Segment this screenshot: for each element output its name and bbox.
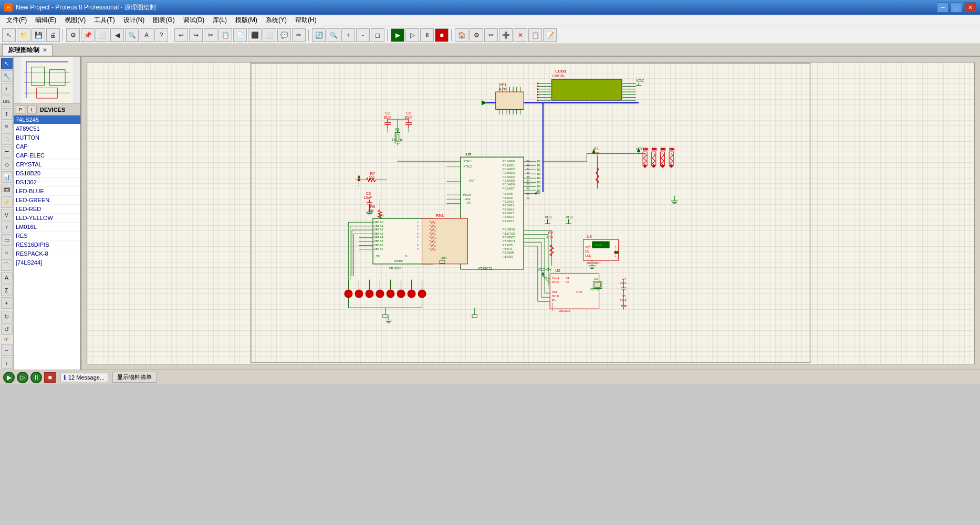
home-btn[interactable]: 🏠 (455, 28, 468, 42)
step-button[interactable]: ▷ (17, 372, 28, 383)
comp-item-ds18b20[interactable]: DS18B20 (14, 169, 80, 178)
comp-item-74ls244[interactable]: [74LS244] (14, 258, 80, 267)
comp-item-cap[interactable]: CAP (14, 142, 80, 151)
open-btn[interactable]: 📁 (17, 28, 30, 42)
text-mode-icon[interactable]: T (1, 108, 13, 120)
comp-p-btn[interactable]: P (16, 106, 25, 114)
refresh-btn[interactable]: 🔄 (312, 28, 326, 42)
menu-item-视图v[interactable]: 视图(V) (60, 15, 90, 26)
comp-item-led-yellow[interactable]: LED-YELLOW (14, 214, 80, 223)
menu-item-调试d[interactable]: 调试(D) (179, 15, 209, 26)
menu-item-图表g[interactable]: 图表(G) (149, 15, 179, 26)
add-btn[interactable]: ➕ (499, 28, 513, 42)
comp-item-ds1302[interactable]: DS1302 (14, 178, 80, 187)
comp-l-btn[interactable]: L (27, 106, 37, 114)
port-icon[interactable]: ◇ (1, 159, 13, 170)
subcircuit-icon[interactable]: □ (1, 133, 13, 145)
menu-item-文件f[interactable]: 文件(F) (2, 15, 31, 26)
circle-icon[interactable]: ○ (1, 247, 13, 258)
zoom-out-btn[interactable]: - (356, 28, 370, 42)
schematic-canvas[interactable]: LCD1 LM016L (87, 62, 975, 364)
marker-icon[interactable]: + (1, 297, 13, 309)
voltage-probe-icon[interactable]: V (1, 209, 13, 220)
component-icon[interactable]: 🔧 (1, 70, 13, 82)
zoom-fit-btn[interactable]: 🔍 (327, 28, 340, 42)
comp-item-button[interactable]: BUTTON (14, 133, 80, 142)
minimize-button[interactable]: ─ (937, 2, 948, 13)
comp-item-led-red[interactable]: LED-RED (14, 205, 80, 214)
menu-item-帮助h[interactable]: 帮助(H) (291, 15, 321, 26)
bus-icon[interactable]: ≡ (1, 121, 13, 132)
cut-btn[interactable]: ✂ (204, 28, 217, 42)
pause-btn[interactable]: ⏸ (420, 28, 434, 42)
comp-item-led-blue[interactable]: LED-BLUE (14, 187, 80, 196)
play-button[interactable]: ▶ (3, 372, 15, 383)
mirror-v-icon[interactable]: ↕ (1, 357, 13, 369)
zoom-area-btn[interactable]: ◻ (371, 28, 384, 42)
menu-item-库l[interactable]: 库(L) (208, 15, 231, 26)
del-btn[interactable]: ✕ (514, 28, 527, 42)
zoom-in-btn[interactable]: + (341, 28, 355, 42)
comp-item-res16dipis[interactable]: RES16DIPIS (14, 240, 80, 249)
menu-item-设计n[interactable]: 设计(N) (119, 15, 149, 26)
menu-item-编辑e[interactable]: 编辑(E) (31, 15, 60, 26)
generator-icon[interactable]: ⚡ (1, 196, 13, 208)
close-button[interactable]: ✕ (964, 2, 976, 13)
step-btn[interactable]: ▷ (405, 28, 419, 42)
line-icon[interactable]: / (1, 222, 13, 233)
search-btn[interactable]: 🔍 (125, 28, 139, 42)
help-btn[interactable]: ? (154, 28, 168, 42)
clipboard-btn[interactable]: 📋 (528, 28, 542, 42)
comp-item-lm016l[interactable]: LM016L (14, 223, 80, 232)
stop-btn[interactable]: ■ (435, 28, 449, 42)
schematic-canvas-area[interactable]: LCD1 LM016L (81, 57, 980, 370)
blk2-btn[interactable]: ⬜ (263, 28, 276, 42)
text-anno-icon[interactable]: A (1, 272, 13, 284)
comp-item-74ls245[interactable]: 74LS245 (14, 116, 80, 124)
maximize-button[interactable]: □ (951, 2, 962, 13)
junction-icon[interactable]: + (1, 83, 13, 94)
tape-icon[interactable]: 📼 (1, 184, 13, 195)
graph-icon[interactable]: 📊 (1, 171, 13, 183)
comp-item-led-green[interactable]: LED-GREEN (14, 196, 80, 205)
run-btn[interactable]: ▶ (391, 28, 404, 42)
tab-close-icon[interactable]: ✕ (43, 47, 47, 53)
blk1-btn[interactable]: ⬛ (248, 28, 262, 42)
rotate-ccw-icon[interactable]: ↺ (1, 323, 13, 335)
comp-item-cap-elec[interactable]: CAP-ELEC (14, 151, 80, 160)
menu-item-模版m[interactable]: 模版(M) (231, 15, 262, 26)
snap-btn[interactable]: 📌 (81, 28, 95, 42)
save-btn[interactable]: 💾 (32, 28, 45, 42)
comp-item-at89c51[interactable]: AT89C51 (14, 124, 80, 133)
back-btn[interactable]: ◀ (110, 28, 124, 42)
undo-btn[interactable]: ↩ (174, 28, 188, 42)
schematic-tab[interactable]: 原理图绘制 ✕ (2, 44, 53, 56)
redo-btn[interactable]: ↪ (189, 28, 203, 42)
menu-item-系统y[interactable]: 系统(Y) (262, 15, 291, 26)
select-tool-btn[interactable]: ↖ (2, 28, 16, 42)
comp-item-crystal[interactable]: CRYSTAL (14, 160, 80, 169)
prop-btn[interactable]: 💬 (277, 28, 291, 42)
paste-btn[interactable]: 📄 (233, 28, 247, 42)
copy-btn[interactable]: 📋 (218, 28, 232, 42)
symbol-icon[interactable]: Σ (1, 285, 13, 296)
settings-btn[interactable]: ⚙ (66, 28, 80, 42)
menu-item-工具t[interactable]: 工具(T) (90, 15, 119, 26)
gear-btn[interactable]: ⚙ (470, 28, 483, 42)
rotate-cw-icon[interactable]: ↻ (1, 311, 13, 322)
stop-status-button[interactable]: ■ (44, 372, 56, 383)
terminal-icon[interactable]: ⊢ (1, 146, 13, 158)
bom-button[interactable]: 显示物料清单 (112, 372, 157, 383)
pause-status-button[interactable]: ⏸ (30, 372, 42, 383)
comp-item-respack8[interactable]: RESPACK-8 (14, 249, 80, 258)
comp-item-res[interactable]: RES (14, 232, 80, 240)
edit-btn[interactable]: ✏ (292, 28, 306, 42)
label-icon[interactable]: LBL (1, 96, 13, 107)
scissors-btn[interactable]: ✂ (484, 28, 498, 42)
box-icon[interactable]: ▭ (1, 234, 13, 246)
rect-btn[interactable]: ⬜ (96, 28, 109, 42)
select-mode-icon[interactable]: ↖ (1, 58, 13, 69)
note-btn[interactable]: 📝 (543, 28, 557, 42)
mirror-h-icon[interactable]: ↔ (1, 344, 13, 356)
arc-icon[interactable]: ⌒ (1, 259, 13, 271)
